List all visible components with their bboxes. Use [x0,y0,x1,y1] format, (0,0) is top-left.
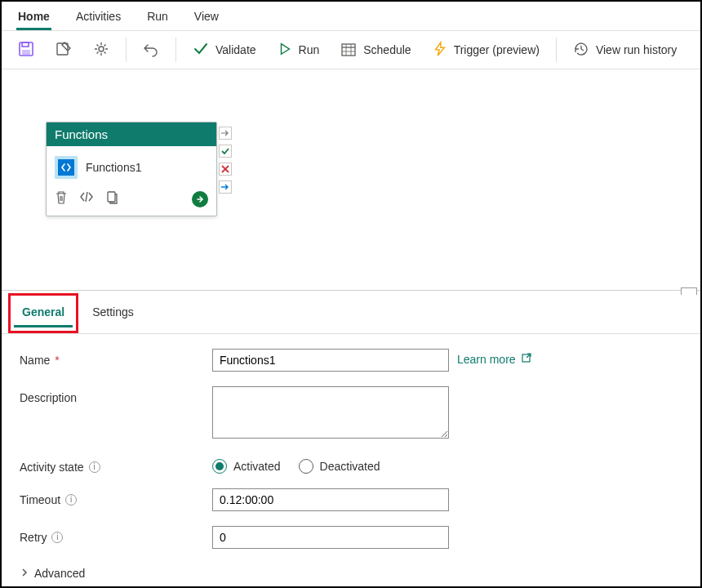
info-icon[interactable]: i [51,532,63,543]
timeout-field[interactable] [212,488,449,511]
arrow-right-icon[interactable] [192,191,208,207]
timeout-label: Timeout i [20,488,212,506]
calendar-icon [340,41,357,60]
advanced-section-toggle[interactable]: Advanced [20,564,682,583]
port-success[interactable] [219,145,232,158]
info-icon[interactable]: i [89,461,100,473]
history-label: View run history [596,43,677,56]
port-completion[interactable] [219,180,232,194]
tab-general[interactable]: General [14,299,73,327]
schedule-button[interactable]: Schedule [332,36,419,65]
activity-node-icon [55,156,78,179]
external-link-icon [521,352,532,366]
svg-rect-2 [22,50,30,55]
info-icon[interactable]: i [65,494,77,506]
radio-activated[interactable]: Activated [212,459,281,474]
activity-node[interactable]: Functions Functions1 [46,122,217,216]
tab-view[interactable]: View [193,7,220,30]
toolbar: Validate Run Schedule Trigger (preview) … [2,30,700,69]
tab-run[interactable]: Run [145,7,170,30]
gear-icon [93,41,109,60]
description-label: Description [20,386,212,404]
activity-node-header: Functions [47,122,216,146]
properties-tabs: General Settings [2,293,700,334]
chevron-right-icon [20,567,29,580]
tab-activities[interactable]: Activities [74,7,122,30]
tab-properties-settings[interactable]: Settings [84,299,142,325]
toolbar-separator [556,38,557,62]
validate-button[interactable]: Validate [184,36,264,65]
name-label: Name * [20,349,212,367]
validate-label: Validate [215,43,256,56]
tab-home[interactable]: Home [16,7,51,30]
run-button[interactable]: Run [269,37,328,64]
pipeline-canvas[interactable]: Functions Functions1 [2,69,700,290]
svg-rect-10 [108,192,115,202]
delete-icon[interactable] [55,190,68,207]
name-field[interactable] [212,349,449,372]
play-icon [278,42,292,59]
undo-button[interactable] [135,36,167,65]
schedule-label: Schedule [363,43,411,56]
retry-label: Retry i [20,526,212,544]
activity-state-label: Activity state i [20,456,212,474]
retry-field[interactable] [212,526,449,549]
svg-rect-1 [22,42,29,47]
svg-point-4 [99,47,104,51]
code-icon[interactable] [79,190,94,207]
view-history-button[interactable]: View run history [565,36,685,65]
port-failure[interactable] [219,163,232,176]
toolbar-separator [176,38,176,62]
settings-button[interactable] [85,36,118,65]
history-icon [573,41,589,60]
radio-deactivated[interactable]: Deactivated [299,459,380,474]
svg-rect-5 [342,44,355,56]
description-field[interactable] [212,386,449,439]
save-edit-icon [56,41,72,60]
save-icon [18,41,34,60]
check-icon [193,41,209,60]
top-nav-tabs: Home Activities Run View [2,2,700,30]
panel-splitter[interactable] [2,290,700,293]
toolbar-separator [126,38,127,62]
activity-node-name: Functions1 [86,161,141,174]
copy-icon[interactable] [105,190,118,207]
trigger-label: Trigger (preview) [454,43,540,56]
trigger-button[interactable]: Trigger (preview) [424,36,548,65]
undo-icon [143,41,159,60]
run-label: Run [299,43,320,56]
node-ports [219,122,232,216]
save-button[interactable] [10,36,42,65]
save-as-button[interactable] [47,36,80,65]
port-skip[interactable] [219,127,232,140]
learn-more-link[interactable]: Learn more [457,349,532,366]
lightning-icon [433,41,447,60]
general-form: Name * Learn more Description Activity s… [2,334,700,588]
